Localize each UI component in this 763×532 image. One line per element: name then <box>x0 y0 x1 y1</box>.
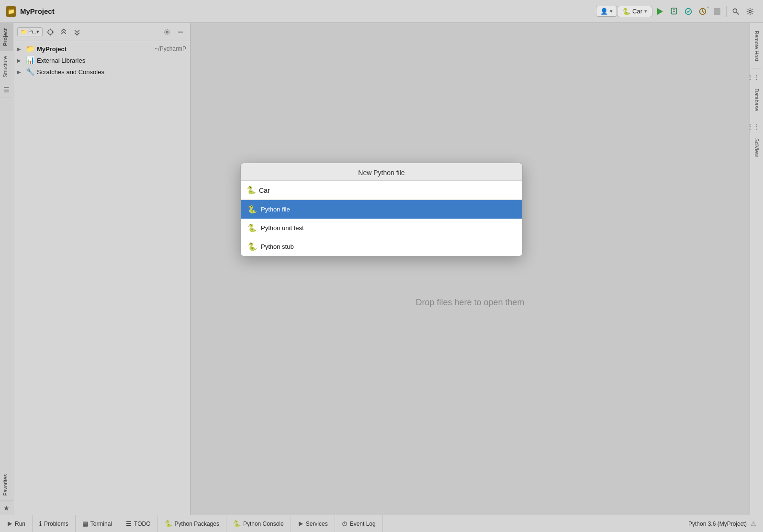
python-console-icon: 🐍 <box>233 520 241 527</box>
tree-arrow-external-libs: ▶ <box>17 58 24 63</box>
coverage-button[interactable] <box>681 4 696 19</box>
dialog-input-python-icon: 🐍 <box>247 186 256 195</box>
problems-icon: ℹ <box>39 520 42 527</box>
run-button[interactable] <box>652 4 667 19</box>
collapse-all-button[interactable] <box>58 26 69 38</box>
svg-point-10 <box>48 30 53 34</box>
svg-marker-17 <box>8 521 12 526</box>
folder-icon-myproject: 📁 <box>26 44 35 53</box>
remote-host-tab[interactable]: Remote Host <box>752 27 762 65</box>
favorites-tab[interactable]: Favorites <box>0 469 13 501</box>
sidebar: 📁 Pr..▾ <box>13 23 191 515</box>
run-status-label: Run <box>15 521 25 527</box>
vcs-button[interactable]: 👤 ▾ <box>596 6 617 17</box>
dialog-item-python-stub-label: Python stub <box>261 243 294 250</box>
svg-point-7 <box>733 9 737 12</box>
main-layout: Project Structure ☰ Favorites ★ 📁 Pr..▾ <box>0 23 763 515</box>
dialog-title: New Python file <box>241 163 522 181</box>
minimize-sidebar-button[interactable] <box>175 26 186 38</box>
services-label: Services <box>306 521 328 527</box>
terminal-status-tab[interactable]: ▤ Terminal <box>76 515 119 532</box>
todo-status-tab[interactable]: ☰ TODO <box>119 515 157 532</box>
settings-gear-button[interactable] <box>161 26 173 38</box>
external-libs-icon: 📊 <box>26 56 35 65</box>
svg-point-15 <box>166 31 168 33</box>
dialog-item-python-file[interactable]: 🐍 Python file <box>241 200 522 219</box>
expand-all-button[interactable] <box>71 26 83 38</box>
profile-button[interactable]: ▾ <box>696 4 710 19</box>
run-config-dropdown[interactable]: 🐍 Car ▾ <box>617 6 652 17</box>
tree-sub-myproject: ~/PycharmP <box>155 45 186 52</box>
services-status-tab[interactable]: Services <box>291 515 335 532</box>
problems-status-tab[interactable]: ℹ Problems <box>33 515 76 532</box>
tree-item-myproject[interactable]: ▶ 📁 MyProject ~/PycharmP <box>13 43 190 55</box>
terminal-label: Terminal <box>90 521 112 527</box>
svg-point-9 <box>749 10 752 12</box>
services-icon <box>298 521 303 527</box>
event-log-status-tab[interactable]: Event Log <box>335 515 383 532</box>
project-name: MyProject <box>20 7 55 15</box>
svg-rect-1 <box>672 8 677 14</box>
bookmark-icon[interactable]: ☰ <box>0 82 13 98</box>
stop-button[interactable] <box>710 4 724 19</box>
content-area: Search Everywhere Double ⇧ Drop files he… <box>191 23 750 515</box>
python-packages-status-tab[interactable]: 🐍 Python Packages <box>158 515 226 532</box>
python-console-status-tab[interactable]: 🐍 Python Console <box>226 515 291 532</box>
sciview-tab[interactable]: SciView <box>752 134 762 161</box>
python-icon: 🐍 <box>622 8 630 15</box>
terminal-icon: ▤ <box>82 520 88 527</box>
sidebar-toolbar: 📁 Pr..▾ <box>13 23 190 41</box>
database-tab[interactable]: Database <box>752 85 762 115</box>
dialog-list: 🐍 Python file 🐍 Python unit test 🐍 Pytho… <box>241 200 522 256</box>
todo-icon: ☰ <box>126 520 132 527</box>
python-unit-test-icon: 🐍 <box>247 223 257 233</box>
python-file-icon: 🐍 <box>247 205 257 214</box>
new-python-file-dialog[interactable]: New Python file 🐍 🐍 Python file 🐍 Python… <box>240 163 523 256</box>
run-status-tab[interactable]: Run <box>0 515 33 532</box>
dialog-item-python-unit-test-label: Python unit test <box>261 224 304 232</box>
project-selector-label: Pr..▾ <box>28 29 39 35</box>
event-log-icon <box>342 521 348 527</box>
svg-marker-18 <box>299 521 303 526</box>
project-selector[interactable]: 📁 Pr..▾ <box>17 27 43 36</box>
right-panel-tabs: Remote Host ⋮⋮⋮ Database ⋮⋮⋮ SciView <box>750 23 763 515</box>
tree-label-scratches: Scratches and Consoles <box>37 68 186 76</box>
svg-marker-0 <box>657 8 663 15</box>
dialog-item-python-unit-test[interactable]: 🐍 Python unit test <box>241 219 522 237</box>
structure-tab[interactable]: Structure <box>0 51 13 82</box>
settings-button[interactable] <box>743 4 757 19</box>
tree-label-myproject: MyProject <box>37 45 152 53</box>
drop-files-hint: Drop files here to open them <box>415 298 524 308</box>
tree-arrow-myproject: ▶ <box>17 46 24 52</box>
python-version-label[interactable]: Python 3.6 (MyProject) <box>688 521 747 527</box>
debug-button[interactable] <box>667 4 681 19</box>
tree-label-external-libs: External Libraries <box>37 57 186 64</box>
run-config-arrow: ▾ <box>644 8 647 14</box>
warning-icon[interactable]: ⚠ <box>751 520 756 527</box>
dialog-item-python-file-label: Python file <box>261 206 290 213</box>
python-console-label: Python Console <box>243 521 284 527</box>
svg-rect-6 <box>714 8 720 15</box>
tree-item-scratches[interactable]: ▶ 🔧 Scratches and Consoles <box>13 66 190 78</box>
new-file-name-input[interactable] <box>259 187 516 194</box>
locate-file-button[interactable] <box>45 26 56 38</box>
status-right: Python 3.6 (MyProject) ⚠ <box>682 520 763 527</box>
file-tree: ▶ 📁 MyProject ~/PycharmP ▶ 📊 External Li… <box>13 41 190 515</box>
project-folder-icon: 📁 <box>6 6 16 17</box>
dialog-item-python-stub[interactable]: 🐍 Python stub <box>241 237 522 256</box>
todo-label: TODO <box>134 521 150 527</box>
star-icon[interactable]: ★ <box>1 501 12 515</box>
statusbar: Run ℹ Problems ▤ Terminal ☰ TODO 🐍 Pytho… <box>0 515 763 532</box>
python-stub-icon: 🐍 <box>247 242 257 251</box>
run-status-icon <box>7 521 12 527</box>
project-tab[interactable]: Project <box>0 23 13 51</box>
titlebar: 📁 MyProject 👤 ▾ 🐍 Car ▾ ▾ <box>0 0 763 23</box>
event-log-label: Event Log <box>350 521 376 527</box>
search-everywhere-button[interactable] <box>729 4 743 19</box>
dialog-input-row: 🐍 <box>241 181 522 200</box>
python-packages-icon: 🐍 <box>165 520 172 527</box>
python-packages-label: Python Packages <box>175 521 219 527</box>
problems-label: Problems <box>44 521 68 527</box>
tree-item-external-libs[interactable]: ▶ 📊 External Libraries <box>13 55 190 66</box>
tree-arrow-scratches: ▶ <box>17 69 24 75</box>
